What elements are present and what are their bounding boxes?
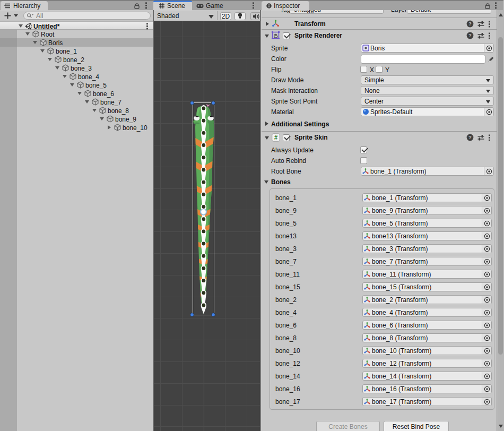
svg-text:?: ? [468,21,472,27]
svg-text:?: ? [468,32,472,38]
svg-text:#: # [274,134,277,141]
svg-text:?: ? [468,134,472,140]
